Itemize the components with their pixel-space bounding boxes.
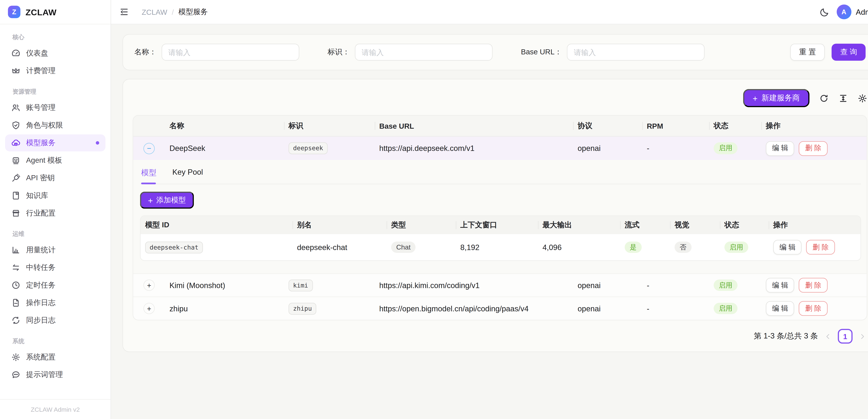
chevron-right-icon[interactable]: [859, 332, 866, 340]
sidebar-item-industry-config[interactable]: 行业配置: [5, 205, 105, 222]
sidebar-item-operation-logs[interactable]: 操作日志: [5, 294, 105, 311]
file-text-icon: [11, 298, 20, 307]
app-logo: Z: [8, 6, 21, 18]
sidebar-item-agent-templates[interactable]: Agent 模板: [5, 152, 105, 169]
sidebar-item-sync-logs[interactable]: 同步日志: [5, 312, 105, 329]
sidebar-item-scheduled-tasks[interactable]: 定时任务: [5, 277, 105, 294]
filter-bar: 名称： 标识： Base URL： 重 置 查 询: [122, 34, 868, 70]
active-dot: [96, 141, 99, 145]
provider-rpm: -: [642, 304, 709, 313]
message-dots-icon: [11, 370, 20, 379]
collapse-sidebar-icon[interactable]: [119, 7, 129, 17]
sidebar-item-label: 用量统计: [26, 245, 56, 255]
refresh-icon[interactable]: [819, 93, 829, 103]
search-button[interactable]: 查 询: [832, 43, 866, 61]
model-type-badge: Chat: [391, 241, 416, 253]
sidebar-item-label: 定时任务: [26, 280, 56, 290]
avatar-initial: A: [841, 8, 846, 16]
table-row-zhipu[interactable]: + zhipu zhipu https://open.bigmodel.cn/a…: [133, 297, 867, 320]
sidebar-item-label: 提示词管理: [26, 370, 63, 380]
sidebar-item-billing[interactable]: 计费管理: [5, 62, 105, 79]
page-content: 名称： 标识： Base URL： 重 置 查 询: [111, 24, 868, 419]
delete-button[interactable]: 删 除: [799, 301, 828, 316]
new-provider-button[interactable]: + 新建服务商: [743, 89, 809, 107]
edit-model-button[interactable]: 编 辑: [773, 240, 802, 255]
cloud-robot-icon: [11, 139, 20, 147]
table-row-kimi[interactable]: + Kimi (Moonshot) kimi https://api.kimi.…: [133, 273, 867, 297]
sidebar-item-api-keys[interactable]: API 密钥: [5, 170, 105, 186]
sidebar-item-roles[interactable]: 角色与权限: [5, 117, 105, 134]
row-height-icon[interactable]: [838, 93, 848, 103]
table-row-deepseek[interactable]: − DeepSeek deepseek https://api.deepseek…: [133, 137, 867, 160]
tab-models[interactable]: 模型: [141, 168, 156, 184]
user-name: Admin: [856, 8, 868, 16]
sidebar-item-label: 操作日志: [26, 298, 56, 308]
shield-check-icon: [11, 121, 20, 130]
edit-button[interactable]: 编 辑: [766, 278, 795, 293]
base-url-filter-input[interactable]: [567, 43, 705, 61]
bar-chart-icon: [11, 245, 20, 255]
pagination: 第 1-3 条/总共 3 条 1: [133, 329, 867, 343]
tag-filter-input[interactable]: [355, 43, 493, 61]
sidebar-item-label: 系统配置: [26, 352, 56, 362]
top-header: ZCLAW / 模型服务 A Admin: [111, 0, 868, 24]
sidebar-item-prompt-management[interactable]: 提示词管理: [5, 366, 105, 383]
expander-column-header: [133, 116, 165, 136]
settings-icon[interactable]: [858, 93, 867, 103]
dark-mode-toggle-icon[interactable]: [819, 7, 829, 17]
plus-icon: +: [148, 196, 153, 204]
provider-name: DeepSeek: [165, 144, 284, 152]
models-table: 模型 ID 别名 类型 上下文窗口 最大输出 流式 视觉 状态 操作: [140, 215, 861, 261]
reset-button[interactable]: 重 置: [790, 43, 825, 61]
delete-button[interactable]: 删 除: [799, 141, 828, 156]
sidebar-item-relay-tasks[interactable]: 中转任务: [5, 259, 105, 276]
pagination-summary: 第 1-3 条/总共 3 条: [754, 331, 818, 341]
add-model-button[interactable]: + 添加模型: [140, 192, 194, 209]
sidebar-item-accounts[interactable]: 账号管理: [5, 99, 105, 116]
breadcrumb-root[interactable]: ZCLAW: [142, 8, 167, 16]
column-header-model-status: 状态: [720, 216, 769, 234]
provider-protocol: openai: [573, 304, 642, 313]
provider-protocol: openai: [573, 144, 642, 152]
sidebar-item-model-services[interactable]: 模型服务: [5, 134, 105, 151]
breadcrumb: ZCLAW / 模型服务: [142, 7, 208, 17]
store-icon: [11, 209, 20, 218]
tab-key-pool[interactable]: Key Pool: [173, 168, 203, 184]
breadcrumb-separator: /: [172, 8, 174, 16]
edit-button[interactable]: 编 辑: [766, 141, 795, 156]
edit-button[interactable]: 编 辑: [766, 301, 795, 316]
name-filter-input[interactable]: [162, 43, 299, 61]
expand-row-button[interactable]: +: [144, 303, 155, 314]
sidebar-item-system-config[interactable]: 系统配置: [5, 349, 105, 366]
sidebar-item-knowledge-base[interactable]: 知识库: [5, 187, 105, 204]
sidebar-item-usage-stats[interactable]: 用量统计: [5, 242, 105, 259]
user-menu[interactable]: A Admin: [837, 4, 868, 19]
vision-badge: 否: [675, 241, 692, 253]
sidebar-nav: 核心 仪表盘 计费管理 资源管理 账号管理 角色与权限 模型服务: [0, 24, 111, 399]
delete-model-button[interactable]: 删 除: [806, 240, 835, 255]
name-filter-label: 名称：: [134, 47, 156, 57]
sidebar-item-dashboard[interactable]: 仪表盘: [5, 45, 105, 62]
column-header-rpm: RPM: [642, 116, 709, 136]
collapse-row-button[interactable]: −: [144, 143, 155, 154]
app-root: Z ZCLAW 核心 仪表盘 计费管理 资源管理 账号管理 角色与权限: [0, 0, 868, 419]
chevron-left-icon[interactable]: [824, 332, 832, 340]
sidebar-item-label: 模型服务: [26, 138, 56, 148]
new-provider-label: 新建服务商: [762, 93, 800, 103]
gear-icon: [11, 353, 20, 362]
sidebar-footer-version: ZCLAW Admin v2: [0, 399, 111, 419]
provider-base-url: https://api.deepseek.com/v1: [375, 144, 573, 152]
column-header-protocol: 协议: [573, 116, 642, 136]
status-badge: 启用: [714, 279, 738, 291]
detail-tabs: 模型 Key Pool: [140, 163, 861, 184]
expand-row-button[interactable]: +: [144, 279, 155, 291]
page-number-button[interactable]: 1: [838, 329, 852, 343]
model-row-deepseek-chat[interactable]: deepseek-chat deepseek-chat Chat 8,192 4…: [141, 234, 861, 260]
filter-buttons: 重 置 查 询: [790, 43, 866, 61]
delete-button[interactable]: 删 除: [799, 278, 828, 293]
sidebar-item-label: 账号管理: [26, 102, 56, 113]
sidebar-item-label: 行业配置: [26, 208, 56, 218]
status-badge: 启用: [714, 303, 738, 314]
column-header-base-url: Base URL: [375, 116, 573, 136]
column-header-model-actions: 操作: [769, 216, 861, 234]
